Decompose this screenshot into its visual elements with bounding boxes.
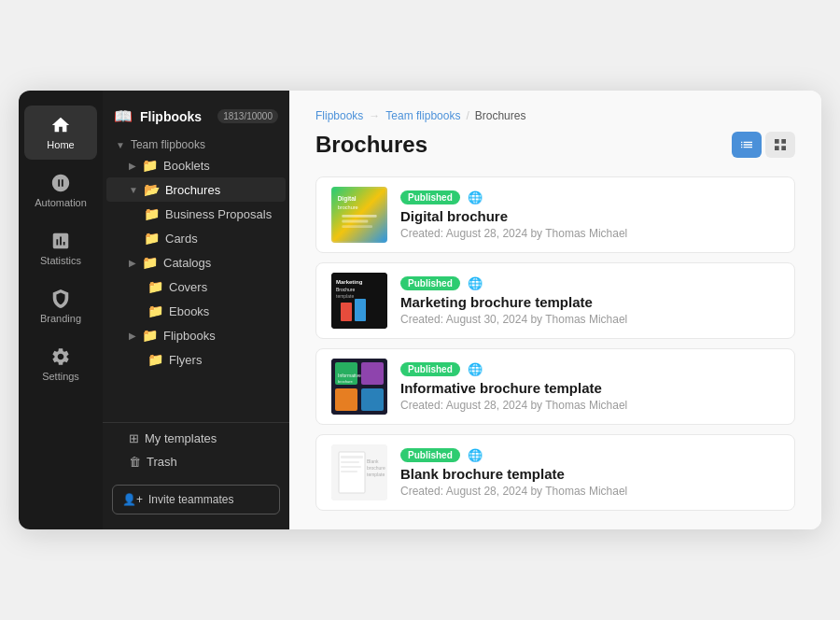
thumb-blank-bg: Blank brochure template — [331, 444, 387, 500]
tree-sidebar: 📖 Flipbooks 1813/10000 ▼ Team flipbooks … — [103, 91, 289, 529]
sidebar-item-my-templates[interactable]: ⊞ My templates — [106, 427, 286, 450]
catalogs-label: Catalogs — [163, 256, 211, 270]
sidebar-item-flipbooks[interactable]: ▶ 📁 Flipbooks — [106, 323, 286, 347]
settings-label: Settings — [42, 371, 79, 382]
list-view-icon — [739, 137, 754, 152]
status-badge: Published — [400, 448, 460, 462]
tree-bottom: ⊞ My templates 🗑 Trash — [103, 422, 289, 477]
flipbooks-title[interactable]: Flipbooks — [140, 109, 202, 124]
thumb-digital-bg: Digital brochure — [331, 187, 387, 243]
sidebar-item-statistics[interactable]: Statistics — [24, 221, 97, 275]
app-window: Home Automation Statistics Branding — [19, 91, 821, 529]
catalogs-arrow-icon: ▶ — [129, 258, 136, 268]
settings-icon — [50, 346, 71, 367]
trash-label: Trash — [147, 455, 177, 469]
home-label: Home — [47, 139, 74, 150]
invite-teammates-button[interactable]: 👤+ Invite teammates — [112, 485, 280, 514]
svg-text:Digital: Digital — [338, 195, 357, 203]
sidebar-item-catalogs[interactable]: ▶ 📁 Catalogs — [106, 250, 286, 275]
sidebar-item-brochures[interactable]: ▼ 📂 Brochures — [106, 177, 286, 202]
flipbooks-folder-icon: 📁 — [142, 328, 158, 343]
status-badge: Published — [400, 276, 460, 290]
sidebar-item-covers[interactable]: 📁 Covers — [106, 275, 286, 299]
sidebar-item-trash[interactable]: 🗑 Trash — [106, 450, 286, 473]
svg-text:template: template — [367, 472, 385, 477]
flipbooks-badge: 1813/10000 — [217, 109, 278, 123]
sidebar-item-flyers[interactable]: 📁 Flyers — [106, 347, 286, 372]
covers-label: Covers — [169, 280, 207, 294]
status-badge: Published — [400, 362, 460, 376]
view-toggle — [732, 132, 795, 158]
item-thumbnail-digital: Digital brochure — [331, 187, 387, 243]
sidebar-item-settings[interactable]: Settings — [24, 337, 97, 391]
svg-rect-4 — [342, 220, 368, 223]
team-flipbooks-label: Team flipbooks — [131, 138, 205, 151]
list-item[interactable]: Digital brochure Published 🌐 Digital bro… — [315, 176, 795, 253]
svg-text:brochure: brochure — [338, 204, 358, 210]
sidebar-item-home[interactable]: Home — [24, 106, 97, 160]
svg-text:brochure: brochure — [338, 379, 354, 384]
sidebar-item-branding[interactable]: Branding — [24, 279, 97, 333]
item-thumbnail-informative: Informative brochure — [331, 359, 387, 415]
invite-label: Invite teammates — [148, 493, 233, 506]
svg-text:Brochure: Brochure — [336, 287, 356, 292]
item-meta: Created: August 30, 2024 by Thomas Micha… — [400, 313, 779, 326]
list-view-button[interactable] — [732, 132, 762, 158]
team-flipbooks-section[interactable]: ▼ Team flipbooks — [103, 134, 289, 153]
thumb-blank-svg: Blank brochure template — [331, 444, 387, 500]
globe-icon: 🌐 — [468, 190, 483, 204]
icon-sidebar: Home Automation Statistics Branding — [19, 91, 103, 529]
svg-text:Marketing: Marketing — [336, 279, 363, 285]
breadcrumb-sep2: / — [466, 109, 469, 122]
svg-rect-11 — [355, 299, 366, 321]
grid-view-icon — [773, 137, 788, 152]
breadcrumb-flipbooks[interactable]: Flipbooks — [315, 109, 363, 122]
sidebar-item-automation[interactable]: Automation — [24, 163, 97, 218]
list-item[interactable]: Marketing Brochure template Published 🌐 … — [315, 262, 795, 339]
item-meta: Created: August 28, 2024 by Thomas Micha… — [400, 485, 779, 498]
page-title: Brochures — [315, 132, 427, 158]
sidebar-item-business-proposals[interactable]: 📁 Business Proposals — [106, 202, 286, 226]
list-item[interactable]: Blank brochure template Published 🌐 Blan… — [315, 434, 795, 511]
svg-text:Blank: Blank — [367, 458, 379, 464]
item-info-blank: Published 🌐 Blank brochure template Crea… — [400, 448, 779, 498]
svg-rect-22 — [341, 461, 359, 463]
branding-icon — [50, 289, 71, 309]
flipbooks-tree-arrow-icon: ▶ — [129, 331, 136, 341]
thumb-marketing-svg: Marketing Brochure template — [331, 273, 387, 329]
page-title-row: Brochures — [315, 132, 795, 158]
item-status-row: Published 🌐 — [400, 448, 779, 462]
booklets-arrow-icon: ▶ — [129, 161, 136, 171]
svg-rect-16 — [361, 388, 384, 411]
breadcrumb-team-flipbooks[interactable]: Team flipbooks — [385, 109, 460, 122]
templates-icon: ⊞ — [129, 431, 139, 445]
status-badge: Published — [400, 190, 460, 204]
list-item[interactable]: Informative brochure Published 🌐 Informa… — [315, 348, 795, 425]
svg-rect-14 — [361, 362, 384, 385]
brochures-arrow-icon: ▼ — [129, 185, 138, 195]
item-thumbnail-blank: Blank brochure template — [331, 444, 387, 500]
sidebar-item-ebooks[interactable]: 📁 Ebooks — [106, 299, 286, 323]
item-status-row: Published 🌐 — [400, 190, 779, 204]
svg-rect-21 — [341, 456, 363, 458]
globe-icon: 🌐 — [468, 276, 483, 290]
items-list: Digital brochure Published 🌐 Digital bro… — [315, 176, 795, 511]
sidebar-item-cards[interactable]: 📁 Cards — [106, 226, 286, 250]
ebooks-folder-icon: 📁 — [147, 303, 163, 318]
item-thumbnail-marketing: Marketing Brochure template — [331, 273, 387, 329]
statistics-icon — [50, 231, 71, 251]
my-templates-label: My templates — [145, 431, 217, 445]
branding-label: Branding — [40, 313, 81, 324]
breadcrumb-sep1: → — [369, 109, 380, 122]
flyers-folder-icon: 📁 — [147, 352, 163, 367]
business-proposals-label: Business Proposals — [165, 207, 272, 221]
flipbooks-tree-label: Flipbooks — [163, 329, 216, 343]
ebooks-label: Ebooks — [169, 304, 209, 318]
item-title: Blank brochure template — [400, 466, 779, 482]
grid-view-button[interactable] — [765, 132, 795, 158]
sidebar-item-booklets[interactable]: ▶ 📁 Booklets — [106, 153, 286, 177]
svg-text:template: template — [336, 293, 354, 299]
brochures-label: Brochures — [165, 183, 220, 197]
svg-rect-15 — [335, 388, 357, 411]
covers-folder-icon: 📁 — [147, 279, 163, 294]
